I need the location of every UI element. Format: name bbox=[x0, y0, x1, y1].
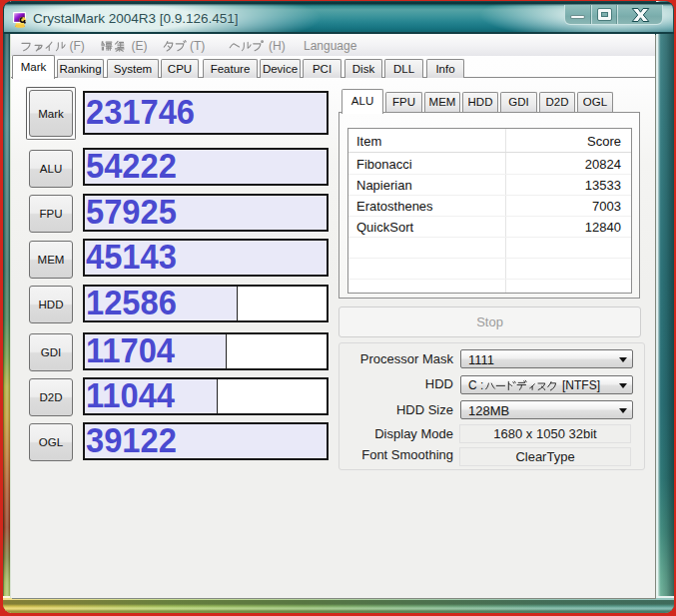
svg-text:[NTFS]: [NTFS] bbox=[562, 378, 600, 392]
svg-text:(E): (E) bbox=[132, 39, 148, 53]
svg-text:C :: C : bbox=[468, 378, 483, 392]
svg-text:(T): (T) bbox=[190, 39, 205, 53]
svg-text:(F): (F) bbox=[70, 39, 85, 53]
svg-text:Language: Language bbox=[304, 39, 357, 53]
svg-text:(H): (H) bbox=[269, 39, 286, 53]
